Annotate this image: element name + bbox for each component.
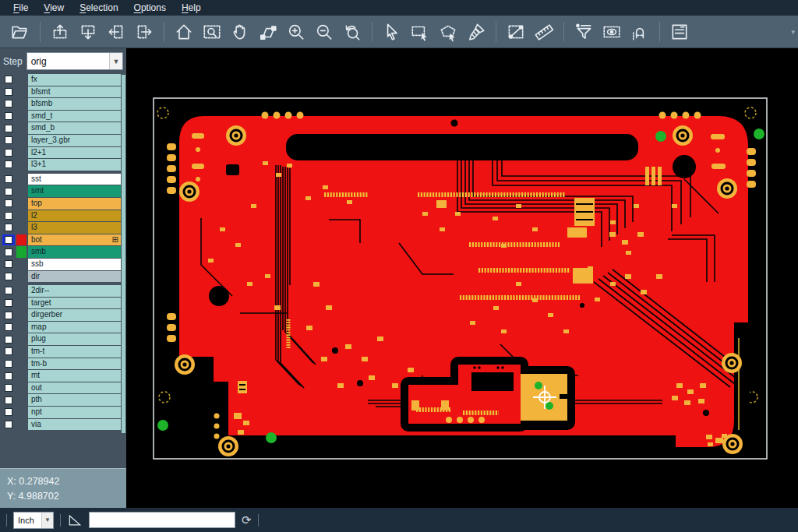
layer-checkbox[interactable]: [5, 260, 12, 268]
layer-checkbox[interactable]: [5, 396, 12, 404]
layer-checkbox[interactable]: [5, 149, 12, 157]
layer-checkbox[interactable]: [5, 421, 12, 428]
pcb-canvas[interactable]: [126, 48, 798, 508]
menu-item-file[interactable]: File: [6, 1, 35, 15]
layer-checkbox[interactable]: [5, 372, 12, 380]
layer-label[interactable]: bfsmt: [28, 86, 121, 98]
layer-color-swatch[interactable]: [16, 185, 26, 197]
layer-color-swatch[interactable]: [16, 222, 26, 234]
layer-checkbox[interactable]: [5, 100, 12, 107]
layer-color-swatch[interactable]: [16, 74, 26, 86]
select-polygon-icon[interactable]: [434, 19, 462, 44]
filter-icon[interactable]: [570, 19, 598, 44]
layer-color-swatch[interactable]: [16, 309, 26, 321]
layer-label[interactable]: l3: [28, 222, 121, 234]
layer-label[interactable]: ssb: [28, 259, 121, 270]
home-icon[interactable]: [170, 19, 198, 44]
layer-color-swatch[interactable]: [16, 394, 26, 406]
layer-checkbox[interactable]: [5, 88, 12, 96]
zoom-window-icon[interactable]: [198, 19, 226, 44]
layer-checkbox[interactable]: [5, 125, 12, 132]
layer-checkbox[interactable]: [5, 347, 12, 355]
layer-label[interactable]: l2+1: [28, 147, 121, 159]
layer-checkbox[interactable]: [5, 188, 12, 196]
layer-checkbox[interactable]: [5, 408, 12, 416]
layer-color-swatch[interactable]: [16, 198, 26, 210]
pan-down-icon[interactable]: [74, 19, 102, 44]
menu-item-options[interactable]: Options: [127, 1, 173, 15]
toolbar-overflow-chevron[interactable]: ▾: [791, 28, 798, 36]
layer-checkbox[interactable]: [5, 273, 12, 280]
layer-checkbox[interactable]: [5, 384, 12, 392]
menu-item-view[interactable]: View: [37, 1, 71, 15]
command-input[interactable]: [89, 512, 235, 528]
layer-color-swatch[interactable]: [16, 234, 26, 246]
layer-label[interactable]: bfsmb: [28, 98, 121, 110]
layer-label[interactable]: smt: [28, 185, 121, 197]
layer-checkbox[interactable]: [5, 299, 12, 307]
layer-label[interactable]: l2: [28, 210, 121, 222]
layer-color-swatch[interactable]: [16, 322, 26, 333]
layer-color-swatch[interactable]: [16, 419, 26, 431]
layer-label[interactable]: target: [28, 298, 121, 309]
layer-color-swatch[interactable]: [16, 111, 26, 122]
layer-checkbox[interactable]: [5, 323, 12, 331]
angle-measure-icon[interactable]: [67, 513, 83, 528]
layer-label[interactable]: dirgerber: [28, 309, 121, 321]
layer-label[interactable]: map: [28, 322, 121, 333]
layer-label[interactable]: smd_t: [28, 111, 121, 122]
layer-label[interactable]: sst: [28, 174, 121, 185]
layer-label[interactable]: npt: [28, 407, 121, 418]
layer-color-swatch[interactable]: [16, 159, 26, 171]
layer-color-swatch[interactable]: [16, 407, 26, 418]
clear-brush-icon[interactable]: [462, 19, 490, 44]
layers-panel-icon[interactable]: [666, 19, 694, 44]
measure-box-icon[interactable]: [502, 19, 530, 44]
layer-color-swatch[interactable]: [16, 147, 26, 159]
layer-label[interactable]: plug: [28, 333, 121, 345]
layer-label[interactable]: l3+1: [28, 159, 121, 171]
layer-checkbox[interactable]: [5, 236, 12, 244]
zoom-previous-icon[interactable]: [338, 19, 366, 44]
layer-checkbox[interactable]: [5, 248, 12, 256]
layer-label[interactable]: smb: [28, 246, 121, 258]
chevron-down-icon[interactable]: ▼: [109, 53, 122, 69]
layer-color-swatch[interactable]: [16, 333, 26, 345]
layer-color-swatch[interactable]: [16, 86, 26, 98]
layer-checkbox[interactable]: [5, 336, 12, 344]
layer-label[interactable]: top: [28, 198, 121, 210]
layer-checkbox[interactable]: [5, 76, 12, 83]
layer-checkbox[interactable]: [5, 160, 12, 168]
snap-magnet-icon[interactable]: [626, 19, 654, 44]
layer-color-swatch[interactable]: [16, 346, 26, 358]
layer-label[interactable]: tm-b: [28, 358, 121, 370]
chevron-down-icon[interactable]: ▼: [41, 513, 53, 528]
layer-checkbox[interactable]: [5, 360, 12, 368]
layer-list-scrollbar[interactable]: [122, 75, 125, 433]
layer-label[interactable]: pth: [28, 394, 121, 406]
layer-color-swatch[interactable]: [16, 298, 26, 309]
layer-label[interactable]: dir: [28, 271, 121, 283]
select-rect-icon[interactable]: [406, 19, 434, 44]
layer-color-swatch[interactable]: [16, 358, 26, 370]
layer-checkbox[interactable]: [5, 212, 12, 220]
zoom-in-icon[interactable]: [282, 19, 310, 44]
layer-label[interactable]: 2dir--: [28, 285, 121, 297]
layer-color-swatch[interactable]: [16, 122, 26, 134]
layer-label[interactable]: fx: [28, 74, 121, 86]
layer-checkbox[interactable]: [5, 112, 12, 120]
layer-label[interactable]: layer_3.gbr: [28, 135, 121, 146]
layer-label[interactable]: out: [28, 382, 121, 394]
step-select[interactable]: orig ▼: [26, 52, 123, 70]
layer-color-swatch[interactable]: [16, 259, 26, 270]
layer-label[interactable]: via: [28, 419, 121, 431]
select-cursor-icon[interactable]: [378, 19, 406, 44]
layer-checkbox[interactable]: [5, 312, 12, 319]
pan-right-icon[interactable]: [130, 19, 158, 44]
layer-label[interactable]: mt: [28, 370, 121, 382]
layer-color-swatch[interactable]: [16, 246, 26, 258]
menu-item-selection[interactable]: Selection: [72, 1, 125, 15]
grid-icon[interactable]: ⊞: [112, 234, 118, 246]
ruler-icon[interactable]: [530, 19, 558, 44]
layer-color-swatch[interactable]: [16, 210, 26, 222]
